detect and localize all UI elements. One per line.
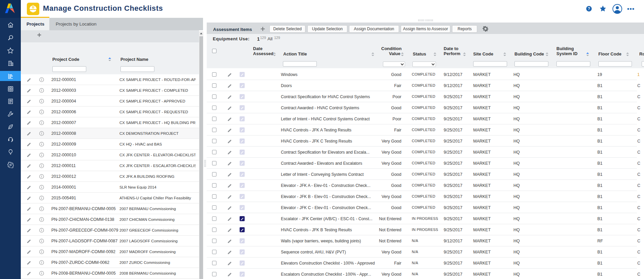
svg-text:?: ? <box>588 6 590 11</box>
